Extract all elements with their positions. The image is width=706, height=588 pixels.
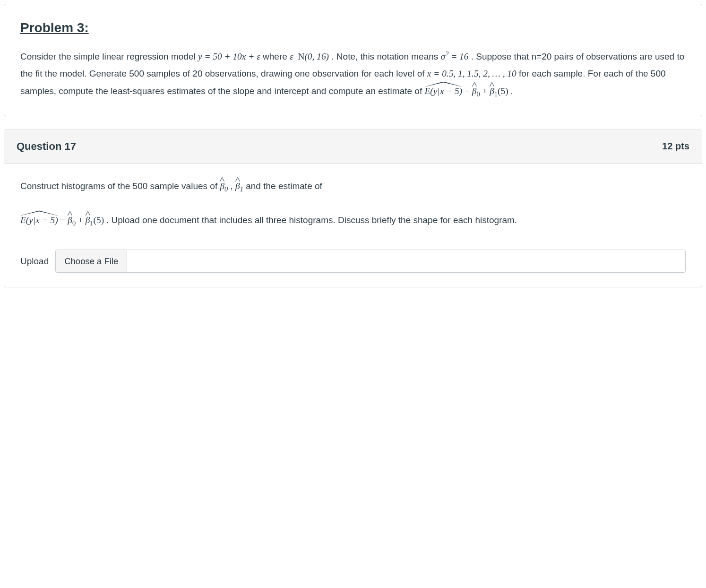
problem-card: Problem 3: Consider the simple linear re… bbox=[4, 4, 702, 116]
question-estimate-equation: E(y|x = 5) = β0 + β1(5) bbox=[20, 215, 106, 225]
beta0-symbol: β0 bbox=[220, 181, 228, 191]
problem-body: Problem 3: Consider the simple linear re… bbox=[4, 4, 702, 116]
question-points: 12 pts bbox=[662, 139, 689, 154]
question-body: Construct histograms of the 500 sample v… bbox=[4, 164, 702, 287]
problem-text-lead: Consider the simple linear regression mo… bbox=[20, 52, 198, 61]
problem-title: Problem 3: bbox=[20, 17, 686, 38]
choose-file-button[interactable]: Choose a File bbox=[56, 250, 127, 272]
question-text-andest: and the estimate of bbox=[246, 181, 322, 191]
problem-period: . bbox=[510, 86, 513, 96]
question-text-lead: Construct histograms of the 500 sample v… bbox=[20, 181, 220, 191]
file-input-wrapper: Choose a File bbox=[55, 250, 686, 273]
question-title: Question 17 bbox=[17, 138, 76, 155]
file-name-display bbox=[127, 250, 685, 272]
model-equation: y = 50 + 10x + ε bbox=[198, 52, 260, 61]
estimate-equation: E(y|x = 5) = β0 + β1(5) bbox=[424, 86, 510, 96]
problem-text-where: where bbox=[263, 52, 290, 61]
upload-row: Upload Choose a File bbox=[20, 250, 686, 273]
question-prose: Construct histograms of the 500 sample v… bbox=[20, 178, 686, 229]
upload-label: Upload bbox=[20, 250, 52, 273]
problem-prose: Consider the simple linear regression mo… bbox=[20, 48, 686, 100]
question-text-tail: . Upload one document that includes all … bbox=[106, 215, 517, 225]
separator-comma: , bbox=[231, 181, 236, 191]
question-header: Question 17 12 pts bbox=[4, 130, 702, 164]
problem-text-note: . Note, this notation means bbox=[331, 52, 440, 61]
question-card: Question 17 12 pts Construct histograms … bbox=[4, 130, 702, 287]
beta1-symbol: β1 bbox=[235, 181, 243, 191]
sigma-equation: σ2 = 16 bbox=[441, 52, 469, 61]
error-distribution: ε N(0, 16) bbox=[290, 52, 329, 61]
